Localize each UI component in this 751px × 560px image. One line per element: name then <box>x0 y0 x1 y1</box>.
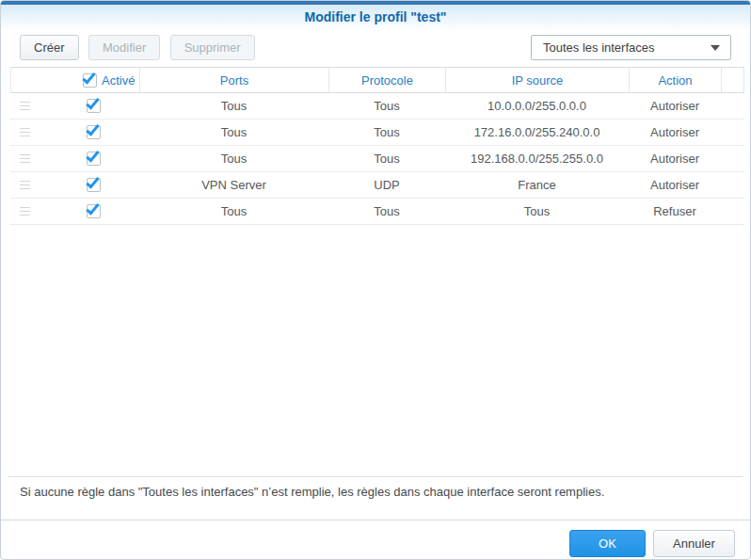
drag-handle-icon[interactable] <box>20 154 30 163</box>
column-header-action[interactable]: Action <box>630 68 722 92</box>
table-row[interactable]: Tous Tous 10.0.0.0/255.0.0.0 Autoriser <box>10 93 744 120</box>
select-all-checkbox[interactable] <box>83 73 97 88</box>
cell-source-ip: 172.16.0.0/255.240.0.0 <box>445 125 629 139</box>
delete-button[interactable]: Supprimer <box>170 35 255 60</box>
checkmark-icon <box>86 121 99 136</box>
interface-select-value: Toutes les interfaces <box>543 40 655 55</box>
table-body: Tous Tous 10.0.0.0/255.0.0.0 Autoriser T… <box>10 93 744 225</box>
toolbar: Créer Modifier Supprimer Toutes les inte… <box>20 35 731 60</box>
cell-ports: Tous <box>139 152 328 166</box>
cell-protocol: Tous <box>328 152 445 166</box>
modify-button[interactable]: Modifier <box>88 35 160 60</box>
drag-handle-icon[interactable] <box>20 102 30 110</box>
table-row[interactable]: VPN Server UDP France Autoriser <box>10 172 744 199</box>
row-enabled-checkbox[interactable] <box>87 99 101 113</box>
chevron-down-icon <box>711 45 720 51</box>
drag-handle-icon[interactable] <box>20 128 30 136</box>
row-enabled-checkbox[interactable] <box>87 204 101 218</box>
checkmark-icon <box>82 70 95 84</box>
cell-protocol: Tous <box>328 204 445 218</box>
cell-source-ip: 10.0.0.0/255.0.0.0 <box>445 99 629 113</box>
column-header-ports[interactable]: Ports <box>140 68 329 92</box>
checkmark-icon <box>86 148 99 162</box>
column-header-protocol[interactable]: Protocole <box>329 68 446 92</box>
row-enabled-checkbox[interactable] <box>87 152 101 166</box>
edit-profile-dialog: Modifier le profil "test" Créer Modifier… <box>0 0 751 560</box>
dialog-title: Modifier le profil "test" <box>305 9 447 24</box>
row-enabled-checkbox[interactable] <box>87 125 101 139</box>
checkmark-icon <box>86 200 99 215</box>
column-header-gutter <box>722 68 744 92</box>
table-header: Activé Ports Protocole IP source Action <box>10 67 744 93</box>
row-enabled-checkbox[interactable] <box>87 178 101 192</box>
column-header-enabled-label: Activé <box>102 73 135 88</box>
cell-action: Autoriser <box>629 125 721 139</box>
cell-ports: Tous <box>139 125 328 139</box>
cell-protocol: UDP <box>328 178 445 192</box>
drag-handle-icon[interactable] <box>20 181 30 189</box>
cancel-button[interactable]: Annuler <box>653 530 735 557</box>
dialog-titlebar: Modifier le profil "test" <box>1 5 750 31</box>
cell-protocol: Tous <box>328 125 445 139</box>
checkmark-icon <box>86 95 99 109</box>
table-row[interactable]: Tous Tous 192.168.0.0/255.255.0.0 Autori… <box>10 146 744 172</box>
table-row[interactable]: Tous Tous Tous Refuser <box>10 199 744 225</box>
footer-divider-top <box>8 476 743 477</box>
column-header-source-ip[interactable]: IP source <box>446 68 630 92</box>
create-button[interactable]: Créer <box>20 35 79 60</box>
cell-source-ip: Tous <box>445 204 629 218</box>
cell-source-ip: 192.168.0.0/255.255.0.0 <box>445 152 629 166</box>
footer-note: Si aucune règle dans "Toutes les interfa… <box>20 485 731 499</box>
footer-divider-bottom <box>1 520 750 520</box>
column-header-enabled[interactable]: Activé <box>11 68 140 92</box>
cell-protocol: Tous <box>328 99 445 113</box>
cell-ports: Tous <box>139 204 328 218</box>
ok-button[interactable]: OK <box>569 530 646 557</box>
cell-action: Refuser <box>629 204 721 218</box>
table-row[interactable]: Tous Tous 172.16.0.0/255.240.0.0 Autoris… <box>10 120 744 146</box>
cell-action: Autoriser <box>629 99 721 113</box>
cell-ports: Tous <box>139 99 328 113</box>
checkmark-icon <box>86 174 99 188</box>
interface-select[interactable]: Toutes les interfaces <box>531 35 731 60</box>
cell-action: Autoriser <box>629 178 721 192</box>
cell-ports: VPN Server <box>139 178 328 192</box>
cell-source-ip: France <box>445 178 629 192</box>
drag-handle-icon[interactable] <box>20 207 30 216</box>
cell-action: Autoriser <box>629 152 721 166</box>
